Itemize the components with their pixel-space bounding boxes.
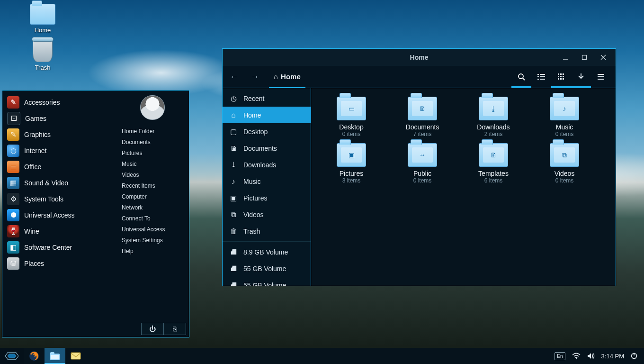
start-shortcut-documents[interactable]: Documents bbox=[122, 139, 183, 146]
start-category-office[interactable]: ≣Office bbox=[2, 159, 116, 175]
start-category-internet[interactable]: ◍Internet bbox=[2, 143, 116, 159]
start-category-places[interactable]: ⛁Places bbox=[2, 255, 116, 272]
folder-tile-music[interactable]: ♪Music0 items bbox=[529, 97, 600, 137]
sidebar-item-55-gb-volume[interactable]: ⛘55 GB Volume bbox=[223, 277, 311, 286]
start-category-accessories[interactable]: ✎Accessories bbox=[2, 94, 116, 110]
path-segment-home[interactable]: ⌂ Home bbox=[269, 65, 305, 89]
logout-button[interactable]: ⎘ bbox=[164, 323, 186, 335]
category-icon: 🍷 bbox=[7, 225, 19, 237]
folder-tile-downloads[interactable]: ⭳Downloads2 items bbox=[458, 97, 529, 137]
sidebar-item-desktop[interactable]: ▢Desktop bbox=[223, 123, 311, 140]
sidebar-item-55-gb-volume[interactable]: ⛘55 GB Volume bbox=[223, 260, 311, 277]
start-shortcut-computer[interactable]: Computer bbox=[122, 193, 183, 200]
start-shortcut-system-settings[interactable]: System Settings bbox=[122, 237, 183, 244]
folder-tile-desktop[interactable]: ▭Desktop0 items bbox=[316, 97, 387, 137]
folder-meta: 6 items bbox=[458, 177, 529, 184]
sidebar-item-label: 55 GB Volume bbox=[243, 265, 286, 273]
maximize-button[interactable] bbox=[575, 51, 594, 64]
category-label: Accessories bbox=[24, 99, 60, 106]
folder-tile-templates[interactable]: 🗎Templates6 items bbox=[458, 143, 529, 184]
wifi-icon[interactable] bbox=[572, 353, 581, 359]
file-manager-content: ▭Desktop0 items🗎Documents7 items⭳Downloa… bbox=[311, 88, 616, 286]
start-category-games[interactable]: ⚀Games bbox=[2, 110, 116, 127]
hamburger-menu-button[interactable] bbox=[591, 66, 611, 88]
start-menu-categories: ✎Accessories⚀Games✎Graphics◍Internet≣Off… bbox=[2, 91, 116, 337]
list-view-button[interactable] bbox=[531, 66, 551, 88]
category-icon: ⚀ bbox=[7, 112, 20, 125]
sidebar-item-icon: ▢ bbox=[229, 127, 238, 136]
taskbar-app-mail[interactable] bbox=[65, 348, 86, 364]
folder-glyph-icon: 🗎 bbox=[483, 147, 504, 163]
svg-point-4 bbox=[519, 74, 523, 79]
category-label: Internet bbox=[24, 147, 46, 155]
start-shortcut-connect-to[interactable]: Connect To bbox=[122, 215, 183, 222]
sidebar-item-documents[interactable]: 🗎Documents bbox=[223, 140, 311, 156]
volume-icon[interactable] bbox=[587, 353, 595, 359]
folder-tile-videos[interactable]: ⧉Videos0 items bbox=[529, 143, 600, 184]
start-category-universal-access[interactable]: ⚉Universal Access bbox=[2, 207, 116, 223]
taskbar-app-files[interactable] bbox=[45, 348, 65, 364]
sidebar-item-icon: ⭳ bbox=[229, 161, 238, 169]
svg-rect-15 bbox=[558, 76, 559, 77]
svg-rect-7 bbox=[540, 74, 545, 75]
grid-view-button[interactable] bbox=[551, 66, 571, 88]
folder-meta: 7 items bbox=[387, 131, 458, 137]
sidebar-item-8-9-gb-volume[interactable]: ⛘8.9 GB Volume bbox=[223, 244, 311, 260]
folder-tile-public[interactable]: ↔Public0 items bbox=[387, 143, 458, 184]
clock[interactable]: 3:14 PM bbox=[601, 353, 624, 360]
window-titlebar[interactable]: Home bbox=[223, 49, 616, 66]
start-button[interactable] bbox=[0, 348, 24, 364]
svg-rect-9 bbox=[540, 76, 545, 77]
desktop-icon-trash[interactable]: Trash bbox=[24, 39, 62, 71]
power-button[interactable]: ⏻ bbox=[141, 323, 164, 335]
folder-tile-documents[interactable]: 🗎Documents7 items bbox=[387, 97, 458, 137]
start-category-wine[interactable]: 🍷Wine bbox=[2, 223, 116, 239]
start-shortcut-home-folder[interactable]: Home Folder bbox=[122, 128, 183, 135]
start-category-sound-video[interactable]: ▦Sound & Video bbox=[2, 175, 116, 191]
folder-tile-pictures[interactable]: ▣Pictures3 items bbox=[316, 143, 387, 184]
sort-button[interactable] bbox=[571, 66, 591, 88]
sidebar-item-music[interactable]: ♪Music bbox=[223, 173, 311, 190]
back-button[interactable]: ← bbox=[227, 70, 241, 83]
taskbar: En 3:14 PM bbox=[0, 348, 644, 364]
start-shortcut-videos[interactable]: Videos bbox=[122, 172, 183, 178]
svg-rect-14 bbox=[563, 73, 564, 75]
svg-rect-20 bbox=[563, 78, 564, 80]
taskbar-app-firefox[interactable] bbox=[24, 348, 45, 364]
start-shortcut-pictures[interactable]: Pictures bbox=[122, 150, 183, 156]
start-category-system-tools[interactable]: ⚙System Tools bbox=[2, 191, 116, 207]
sidebar-item-videos[interactable]: ⧉Videos bbox=[223, 206, 311, 223]
sidebar-item-icon: ⌂ bbox=[229, 111, 238, 119]
window-controls bbox=[556, 49, 613, 66]
window-title: Home bbox=[410, 54, 429, 61]
search-button[interactable] bbox=[511, 66, 531, 88]
sidebar-item-downloads[interactable]: ⭳Downloads bbox=[223, 156, 311, 173]
start-shortcut-network[interactable]: Network bbox=[122, 204, 183, 211]
desktop-icons: Home Trash bbox=[24, 4, 62, 77]
svg-rect-13 bbox=[560, 73, 562, 75]
folder-icon: 🗎 bbox=[408, 97, 437, 120]
start-category-graphics[interactable]: ✎Graphics bbox=[2, 127, 116, 143]
forward-button[interactable]: → bbox=[248, 70, 261, 83]
user-avatar-icon[interactable] bbox=[140, 95, 165, 120]
start-shortcut-music[interactable]: Music bbox=[122, 161, 183, 167]
svg-rect-29 bbox=[50, 352, 54, 355]
folder-name: Music bbox=[529, 123, 600, 131]
start-menu-buttons: ⏻ ⎘ bbox=[141, 323, 186, 335]
svg-rect-10 bbox=[537, 79, 539, 80]
minimize-button[interactable] bbox=[556, 51, 575, 64]
start-shortcut-recent-items[interactable]: Recent Items bbox=[122, 182, 183, 189]
sidebar-item-trash[interactable]: 🗑Trash bbox=[223, 223, 311, 239]
close-button[interactable] bbox=[594, 51, 613, 64]
start-shortcut-universal-access[interactable]: Universal Access bbox=[122, 226, 183, 233]
start-category-software-center[interactable]: ◧Software Center bbox=[2, 239, 116, 255]
start-shortcut-help[interactable]: Help bbox=[122, 248, 183, 255]
sidebar-item-icon: 🗑 bbox=[229, 227, 238, 235]
language-indicator[interactable]: En bbox=[555, 352, 565, 360]
sidebar-item-home[interactable]: ⌂Home bbox=[223, 107, 311, 123]
sidebar-item-pictures[interactable]: ▣Pictures bbox=[223, 190, 311, 206]
power-icon[interactable] bbox=[631, 353, 637, 359]
sidebar-item-recent[interactable]: ◷Recent bbox=[223, 90, 311, 107]
sidebar-item-label: Videos bbox=[243, 211, 264, 218]
desktop-icon-home[interactable]: Home bbox=[24, 4, 62, 34]
